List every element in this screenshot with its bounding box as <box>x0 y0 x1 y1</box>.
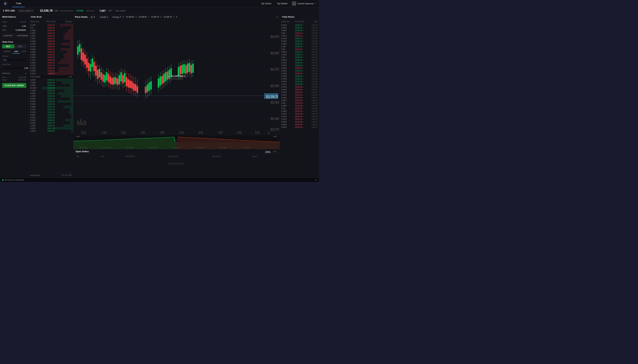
th-trade-size: 0.2968 <box>281 72 293 74</box>
stop-type-tab[interactable]: STOP <box>20 50 28 54</box>
ask-row[interactable]: 0.600010341.80- <box>29 51 73 54</box>
arrow-down-icon: ↗ <box>303 105 304 107</box>
deposit-button[interactable]: ⊕ DEPOSIT <box>2 34 14 38</box>
sell-tab[interactable]: SELL <box>14 44 27 48</box>
c-value: 10,336.78 <box>164 16 172 18</box>
chart-type-selector[interactable]: Candle ▾ <box>98 15 110 19</box>
wallet-usd-asset: USD <box>0 24 11 28</box>
ask-row[interactable]: 5.601010336.30- <box>29 72 73 75</box>
agg-minus-button[interactable]: − <box>61 174 64 177</box>
ask-row[interactable]: 1.437110340.00- <box>29 59 73 62</box>
agg-plus-button[interactable]: + <box>69 174 72 177</box>
timeframe-selector[interactable]: 5m ▾ <box>89 15 97 19</box>
bid-row[interactable]: 1.290410329.35- <box>29 95 73 98</box>
bid-row[interactable]: 0.616810326.30- <box>29 119 73 122</box>
svg-rect-104 <box>148 82 150 91</box>
ask-row[interactable]: 3.140010344.45- <box>29 24 73 26</box>
my-orders-btn[interactable]: My Orders <box>260 2 273 6</box>
bid-row[interactable]: 0.002110324.50- <box>29 130 73 132</box>
price-change: +0.33% <box>76 10 84 12</box>
limit-price-input[interactable] <box>2 66 29 70</box>
withdraw-button[interactable]: ⊙ WITHDRAW <box>15 34 29 38</box>
arrow-down-icon: ↗ <box>303 68 304 69</box>
app-logo[interactable]: C <box>3 1 8 6</box>
bid-row[interactable]: 0.002310326.40- <box>29 116 73 119</box>
ask-row[interactable]: 0.592210344.30- <box>29 32 73 34</box>
th-trade-size: 0.0046 <box>281 67 293 69</box>
wallet-amount-header: Amount <box>11 20 28 24</box>
open-orders-open-tab[interactable]: Open <box>265 150 271 153</box>
place-order-button[interactable]: PLACE BUY ORDER <box>2 83 26 88</box>
trade-history-row: 0.005 10333.00↗ 9:48:53 <box>280 102 319 104</box>
svg-rect-34 <box>79 44 81 52</box>
market-type-tab[interactable]: MARKET <box>2 50 13 54</box>
ask-row[interactable]: 0.0110344.40- <box>29 26 73 29</box>
bid-row[interactable]: 6.000010325.25- <box>29 127 73 130</box>
bid-row[interactable]: 0.099910329.25- <box>29 98 73 100</box>
my-wallets-btn[interactable]: My Wallets <box>276 2 289 6</box>
order-form-section: Order Form BUY SELL MARKET LIMIT STOP Am… <box>0 39 29 90</box>
trade-history-row: 0.1821 10336.98↗ 9:49:02 <box>280 83 319 86</box>
bid-row[interactable]: 0.098410333.50- <box>29 84 73 87</box>
buy-tab[interactable]: BUY <box>2 44 14 48</box>
svg-rect-30 <box>85 121 86 125</box>
th-trade-price: 10332.96↗ <box>293 105 306 107</box>
limit-type-tab[interactable]: LIMIT <box>13 50 20 54</box>
ob-price-header: Price (USD) <box>44 20 58 22</box>
arrow-down-icon: ↗ <box>303 118 304 120</box>
max-label[interactable]: Max <box>2 59 8 61</box>
th-trade-time: 9:49:37 <box>305 48 318 50</box>
order-book-panel: Order Book Market Size Price (USD) My Si… <box>29 14 74 178</box>
open-orders-title: Open Orders <box>76 150 89 153</box>
market-select[interactable]: Select Market ▾ <box>18 9 34 12</box>
ask-row[interactable]: 1.004710343.75- <box>29 37 73 40</box>
bid-row[interactable]: 0.050010325.75- <box>29 122 73 124</box>
advanced-toggle[interactable]: Advanced ▾ <box>2 72 26 75</box>
bid-row[interactable]: 0.003710326.45- <box>29 114 73 116</box>
th-trade-size: 0.0037 <box>281 126 293 128</box>
arrow-up-icon: ↗ <box>303 38 304 40</box>
ask-row[interactable]: 0.132210337.35- <box>29 64 73 67</box>
bid-row[interactable]: 1.000010327.95- <box>29 106 73 108</box>
bid-row[interactable]: 3.000010331.00- <box>29 92 73 95</box>
th-trade-size: 0.0045 <box>281 70 293 72</box>
ask-row[interactable]: 2.000010342.85- <box>29 43 73 45</box>
ask-row[interactable]: 0.299910344.35- <box>29 29 73 32</box>
open-orders-fills-tab[interactable]: Fills <box>272 150 277 153</box>
ask-row[interactable]: 0.759910340.35- <box>29 56 73 59</box>
wallet-table: Asset Amount USD 0.00 BTC 0.00000000 <box>0 20 29 32</box>
ask-row[interactable]: 3.000010336.35- <box>29 70 73 72</box>
ask-row[interactable]: 1.000710344.00- <box>29 34 73 37</box>
nav-tab-trade[interactable]: Trade <box>12 0 25 7</box>
overlay-selector[interactable]: Overlay ▾ <box>111 15 123 19</box>
th-trade-time: 9:48:43 <box>305 110 318 112</box>
th-trade-price: 10332.95↗ <box>293 126 306 128</box>
svg-rect-86 <box>126 77 127 86</box>
chart-expand-icon[interactable]: ▶ <box>277 16 278 18</box>
bid-row[interactable]: 0.122210326.50- <box>29 111 73 114</box>
bid-row[interactable]: 25.300010333.00- <box>29 87 73 90</box>
volume-unit: BTC <box>109 10 113 12</box>
ask-row[interactable]: 1.000010340.65- <box>29 54 73 56</box>
ob-market-size-header: Market Size <box>30 20 44 22</box>
ask-row[interactable]: 2.414010336.55- <box>29 67 73 70</box>
bid-row[interactable]: 3.026810329.00- <box>29 100 73 103</box>
bid-row[interactable]: 0.100010327.25- <box>29 108 73 111</box>
gear-icon[interactable]: ⚙ <box>315 179 317 181</box>
user-area[interactable]: Satoshi Nakamoto ▾ <box>292 2 316 6</box>
trade-history-panel: Trade History Trade Size Price (USD) Tim… <box>280 14 319 178</box>
bid-row[interactable]: 0.001010328.15- <box>29 103 73 106</box>
arrow-up-icon: ↗ <box>303 65 304 66</box>
bid-row[interactable]: 0.759910332.90- <box>29 90 73 92</box>
bid-row[interactable]: 4.004510335.05- <box>29 79 73 81</box>
bid-row[interactable]: 1.000010325.45- <box>29 124 73 127</box>
ask-row[interactable]: 0.100010342.65- <box>29 45 73 48</box>
bid-row[interactable]: 2.500010334.95- <box>29 81 73 84</box>
ask-row[interactable]: 0.100010342.90- <box>29 40 73 43</box>
ask-row[interactable]: 3.000010339.25- <box>29 62 73 64</box>
trade-history-row: 0.0048 10332.95↗ 9:48:28 <box>280 115 319 118</box>
order-type-tabs: MARKET LIMIT STOP <box>2 50 26 54</box>
ask-row[interactable]: 2.000010341.95- <box>29 48 73 51</box>
th-trade-price: 10331.02↗ <box>293 110 306 112</box>
th-trade-price: 10332.95↗ <box>293 124 306 126</box>
